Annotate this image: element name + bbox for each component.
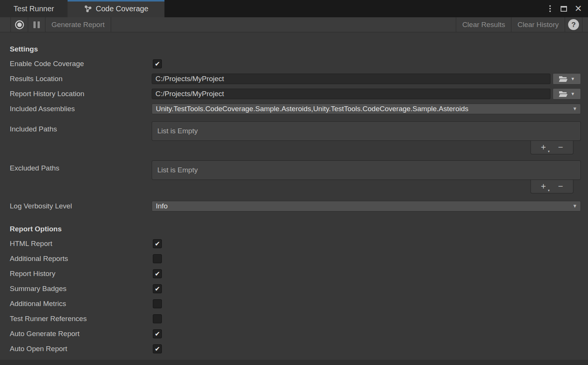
summary-badges-row: Summary Badges ✔ [10,281,581,296]
report-history-row: Report History ✔ [10,266,581,281]
included-paths-block: Included Paths List is Empty +▾ − [10,121,581,141]
add-dropdown-caret-icon: ▾ [548,150,550,153]
toolbar-end-spacer [582,17,588,32]
additional-reports-checkbox[interactable] [153,254,162,263]
results-location-browse-button[interactable]: ▼ [553,73,581,84]
tab-test-runner[interactable]: Test Runner [0,0,68,17]
code-coverage-panel: Settings Enable Code Coverage ✔ Results … [0,44,588,356]
folder-dropdown-arrow-icon: ▼ [571,76,575,81]
remove-included-path-button[interactable]: − [556,143,565,152]
report-history-location-browse-button[interactable]: ▼ [553,88,581,100]
report-history-checkbox[interactable]: ✔ [153,269,162,278]
included-assemblies-row: Included Assemblies Unity.TestTools.Code… [10,101,581,116]
included-paths-list-footer: +▾ − [531,141,573,154]
tab-code-coverage-label: Code Coverage [96,5,148,13]
pause-button[interactable] [28,17,45,32]
status-strip [0,360,588,365]
excluded-paths-list[interactable]: List is Empty [152,160,581,180]
generate-report-button[interactable]: Generate Report [45,17,111,32]
included-assemblies-value: Unity.TestTools.CodeCoverage.Sample.Aste… [156,105,469,113]
additional-metrics-row: Additional Metrics [10,296,581,311]
help-icon: ? [568,19,579,30]
enable-code-coverage-row: Enable Code Coverage ✔ [10,56,581,71]
included-assemblies-label: Included Assemblies [10,105,152,113]
maximize-icon[interactable] [561,6,567,12]
auto-generate-report-row: Auto Generate Report ✔ [10,326,581,341]
toolbar-lead-spacer [0,17,11,32]
included-assemblies-dropdown[interactable]: Unity.TestTools.CodeCoverage.Sample.Aste… [152,104,581,114]
report-options-header: Report Options [10,224,581,234]
folder-icon [559,91,568,97]
close-icon[interactable]: ✕ [574,4,582,13]
folder-dropdown-arrow-icon: ▼ [571,91,575,97]
auto-generate-report-checkbox[interactable]: ✔ [153,329,162,338]
record-button[interactable] [11,17,28,32]
add-excluded-path-button[interactable]: +▾ [538,182,548,191]
generate-report-label: Generate Report [51,21,105,29]
summary-badges-checkbox[interactable]: ✔ [153,284,162,293]
clear-history-button[interactable]: Clear History [511,17,565,32]
enable-code-coverage-label: Enable Code Coverage [10,60,152,68]
log-verbosity-value: Info [156,202,168,210]
clear-results-label: Clear Results [462,21,505,29]
report-history-location-label: Report History Location [10,90,152,98]
html-report-row: HTML Report ✔ [10,236,581,251]
code-coverage-window: Test Runner Code Coverage ✕ [0,0,588,365]
tab-bar: Test Runner Code Coverage ✕ [0,0,588,17]
auto-open-report-row: Auto Open Report ✔ [10,341,581,356]
toolbar-middle-spacer [111,17,456,32]
code-coverage-icon [84,5,92,13]
excluded-paths-empty-text: List is Empty [157,166,198,174]
toolbar: Generate Report Clear Results Clear Hist… [0,17,588,32]
included-paths-list[interactable]: List is Empty [152,121,581,141]
remove-excluded-path-button[interactable]: − [556,182,565,191]
folder-icon [559,76,568,82]
additional-metrics-checkbox[interactable] [153,299,162,308]
html-report-checkbox[interactable]: ✔ [153,239,162,248]
excluded-paths-block: Excluded Paths List is Empty +▾ − [10,160,581,180]
log-verbosity-label: Log Verbosity Level [10,202,152,210]
results-location-label: Results Location [10,75,152,83]
clear-history-label: Clear History [517,21,559,29]
window-menu-icon[interactable] [547,4,553,14]
log-verbosity-row: Log Verbosity Level Info ▼ [10,199,581,214]
tabbar-spacer [164,0,547,17]
add-dropdown-caret-icon: ▾ [548,189,550,192]
included-paths-empty-text: List is Empty [157,127,198,135]
add-included-path-button[interactable]: +▾ [538,143,548,152]
enable-code-coverage-checkbox[interactable]: ✔ [153,59,162,68]
window-controls: ✕ [547,0,588,17]
included-paths-label: Included Paths [10,121,152,141]
html-report-label: HTML Report [10,240,152,248]
test-runner-references-row: Test Runner References [10,311,581,326]
additional-reports-label: Additional Reports [10,255,152,263]
record-icon [14,20,25,30]
help-button[interactable]: ? [565,17,582,32]
log-verbosity-dropdown[interactable]: Info ▼ [152,201,581,211]
auto-open-report-checkbox[interactable]: ✔ [153,344,162,353]
chevron-down-icon: ▼ [570,202,580,211]
excluded-paths-label: Excluded Paths [10,160,152,180]
results-location-row: Results Location C:/Projects/MyProject ▼ [10,71,581,86]
report-history-label: Report History [10,270,152,278]
excluded-paths-list-footer: +▾ − [531,180,573,193]
clear-results-button[interactable]: Clear Results [456,17,511,32]
tab-code-coverage[interactable]: Code Coverage [68,0,164,17]
auto-generate-report-label: Auto Generate Report [10,330,152,338]
test-runner-references-label: Test Runner References [10,315,152,323]
additional-metrics-label: Additional Metrics [10,300,152,308]
auto-open-report-label: Auto Open Report [10,345,152,353]
tab-test-runner-label: Test Runner [14,5,54,13]
report-history-location-input[interactable]: C:/Projects/MyProject [152,89,550,99]
pause-icon [33,21,40,28]
summary-badges-label: Summary Badges [10,285,152,293]
settings-header: Settings [10,44,581,54]
test-runner-references-checkbox[interactable] [153,314,162,323]
additional-reports-row: Additional Reports [10,251,581,266]
report-history-location-row: Report History Location C:/Projects/MyPr… [10,86,581,101]
chevron-down-icon: ▼ [570,104,580,113]
results-location-input[interactable]: C:/Projects/MyProject [152,74,550,84]
